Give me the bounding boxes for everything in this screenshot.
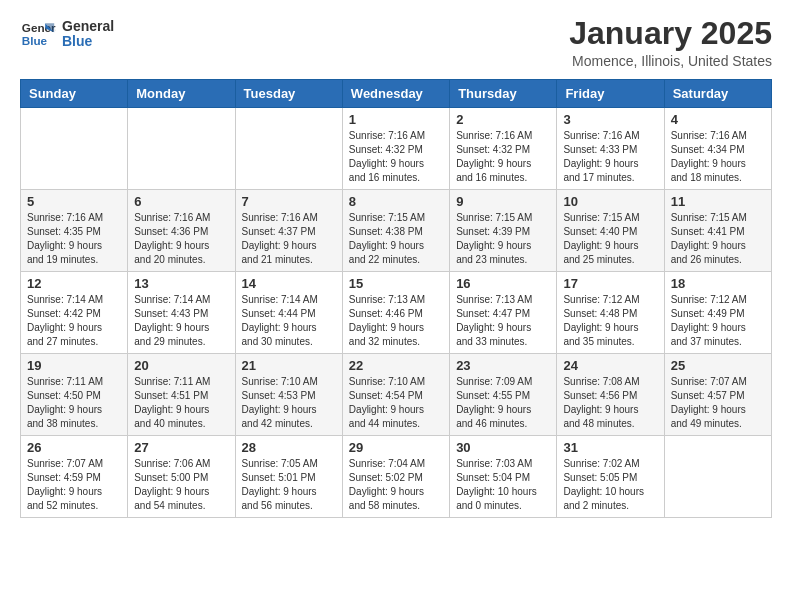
day-number: 24 xyxy=(563,358,657,373)
day-info: Sunrise: 7:16 AM Sunset: 4:35 PM Dayligh… xyxy=(27,211,121,267)
header: General Blue General Blue January 2025 M… xyxy=(20,16,772,69)
day-info: Sunrise: 7:15 AM Sunset: 4:40 PM Dayligh… xyxy=(563,211,657,267)
weekday-header: Friday xyxy=(557,80,664,108)
day-number: 6 xyxy=(134,194,228,209)
logo-general: General xyxy=(62,19,114,34)
day-number: 1 xyxy=(349,112,443,127)
day-info: Sunrise: 7:15 AM Sunset: 4:39 PM Dayligh… xyxy=(456,211,550,267)
day-number: 25 xyxy=(671,358,765,373)
calendar-cell: 18Sunrise: 7:12 AM Sunset: 4:49 PM Dayli… xyxy=(664,272,771,354)
day-number: 23 xyxy=(456,358,550,373)
calendar-table: SundayMondayTuesdayWednesdayThursdayFrid… xyxy=(20,79,772,518)
day-number: 21 xyxy=(242,358,336,373)
calendar-cell xyxy=(128,108,235,190)
day-number: 14 xyxy=(242,276,336,291)
day-number: 17 xyxy=(563,276,657,291)
day-info: Sunrise: 7:16 AM Sunset: 4:32 PM Dayligh… xyxy=(456,129,550,185)
calendar-cell: 29Sunrise: 7:04 AM Sunset: 5:02 PM Dayli… xyxy=(342,436,449,518)
calendar-subtitle: Momence, Illinois, United States xyxy=(569,53,772,69)
day-info: Sunrise: 7:14 AM Sunset: 4:42 PM Dayligh… xyxy=(27,293,121,349)
calendar-week-row: 12Sunrise: 7:14 AM Sunset: 4:42 PM Dayli… xyxy=(21,272,772,354)
weekday-header: Tuesday xyxy=(235,80,342,108)
calendar-cell xyxy=(235,108,342,190)
calendar-cell: 13Sunrise: 7:14 AM Sunset: 4:43 PM Dayli… xyxy=(128,272,235,354)
calendar-header-row: SundayMondayTuesdayWednesdayThursdayFrid… xyxy=(21,80,772,108)
calendar-cell: 28Sunrise: 7:05 AM Sunset: 5:01 PM Dayli… xyxy=(235,436,342,518)
calendar-cell: 16Sunrise: 7:13 AM Sunset: 4:47 PM Dayli… xyxy=(450,272,557,354)
day-number: 11 xyxy=(671,194,765,209)
calendar-cell: 17Sunrise: 7:12 AM Sunset: 4:48 PM Dayli… xyxy=(557,272,664,354)
day-number: 4 xyxy=(671,112,765,127)
day-number: 3 xyxy=(563,112,657,127)
day-info: Sunrise: 7:14 AM Sunset: 4:44 PM Dayligh… xyxy=(242,293,336,349)
calendar-cell: 15Sunrise: 7:13 AM Sunset: 4:46 PM Dayli… xyxy=(342,272,449,354)
calendar-cell: 31Sunrise: 7:02 AM Sunset: 5:05 PM Dayli… xyxy=(557,436,664,518)
day-number: 29 xyxy=(349,440,443,455)
day-info: Sunrise: 7:11 AM Sunset: 4:51 PM Dayligh… xyxy=(134,375,228,431)
weekday-header: Thursday xyxy=(450,80,557,108)
day-info: Sunrise: 7:02 AM Sunset: 5:05 PM Dayligh… xyxy=(563,457,657,513)
day-info: Sunrise: 7:15 AM Sunset: 4:38 PM Dayligh… xyxy=(349,211,443,267)
page: General Blue General Blue January 2025 M… xyxy=(0,0,792,538)
calendar-week-row: 26Sunrise: 7:07 AM Sunset: 4:59 PM Dayli… xyxy=(21,436,772,518)
day-number: 28 xyxy=(242,440,336,455)
calendar-cell: 5Sunrise: 7:16 AM Sunset: 4:35 PM Daylig… xyxy=(21,190,128,272)
day-number: 27 xyxy=(134,440,228,455)
day-info: Sunrise: 7:16 AM Sunset: 4:33 PM Dayligh… xyxy=(563,129,657,185)
day-info: Sunrise: 7:12 AM Sunset: 4:49 PM Dayligh… xyxy=(671,293,765,349)
calendar-cell: 1Sunrise: 7:16 AM Sunset: 4:32 PM Daylig… xyxy=(342,108,449,190)
calendar-cell: 3Sunrise: 7:16 AM Sunset: 4:33 PM Daylig… xyxy=(557,108,664,190)
svg-text:Blue: Blue xyxy=(22,34,48,47)
calendar-cell: 6Sunrise: 7:16 AM Sunset: 4:36 PM Daylig… xyxy=(128,190,235,272)
day-number: 26 xyxy=(27,440,121,455)
calendar-cell xyxy=(664,436,771,518)
day-number: 19 xyxy=(27,358,121,373)
calendar-week-row: 19Sunrise: 7:11 AM Sunset: 4:50 PM Dayli… xyxy=(21,354,772,436)
calendar-cell xyxy=(21,108,128,190)
calendar-cell: 11Sunrise: 7:15 AM Sunset: 4:41 PM Dayli… xyxy=(664,190,771,272)
day-info: Sunrise: 7:11 AM Sunset: 4:50 PM Dayligh… xyxy=(27,375,121,431)
calendar-cell: 20Sunrise: 7:11 AM Sunset: 4:51 PM Dayli… xyxy=(128,354,235,436)
day-info: Sunrise: 7:16 AM Sunset: 4:37 PM Dayligh… xyxy=(242,211,336,267)
calendar-cell: 25Sunrise: 7:07 AM Sunset: 4:57 PM Dayli… xyxy=(664,354,771,436)
logo: General Blue General Blue xyxy=(20,16,114,52)
day-info: Sunrise: 7:15 AM Sunset: 4:41 PM Dayligh… xyxy=(671,211,765,267)
day-number: 8 xyxy=(349,194,443,209)
day-info: Sunrise: 7:08 AM Sunset: 4:56 PM Dayligh… xyxy=(563,375,657,431)
day-number: 2 xyxy=(456,112,550,127)
weekday-header: Saturday xyxy=(664,80,771,108)
day-info: Sunrise: 7:12 AM Sunset: 4:48 PM Dayligh… xyxy=(563,293,657,349)
calendar-cell: 10Sunrise: 7:15 AM Sunset: 4:40 PM Dayli… xyxy=(557,190,664,272)
calendar-title: January 2025 xyxy=(569,16,772,51)
calendar-cell: 4Sunrise: 7:16 AM Sunset: 4:34 PM Daylig… xyxy=(664,108,771,190)
calendar-week-row: 5Sunrise: 7:16 AM Sunset: 4:35 PM Daylig… xyxy=(21,190,772,272)
weekday-header: Monday xyxy=(128,80,235,108)
day-info: Sunrise: 7:13 AM Sunset: 4:47 PM Dayligh… xyxy=(456,293,550,349)
title-block: January 2025 Momence, Illinois, United S… xyxy=(569,16,772,69)
logo-blue: Blue xyxy=(62,34,114,49)
day-number: 5 xyxy=(27,194,121,209)
logo-icon: General Blue xyxy=(20,16,56,52)
calendar-cell: 22Sunrise: 7:10 AM Sunset: 4:54 PM Dayli… xyxy=(342,354,449,436)
calendar-cell: 19Sunrise: 7:11 AM Sunset: 4:50 PM Dayli… xyxy=(21,354,128,436)
day-number: 15 xyxy=(349,276,443,291)
day-info: Sunrise: 7:16 AM Sunset: 4:34 PM Dayligh… xyxy=(671,129,765,185)
calendar-cell: 8Sunrise: 7:15 AM Sunset: 4:38 PM Daylig… xyxy=(342,190,449,272)
day-number: 12 xyxy=(27,276,121,291)
day-info: Sunrise: 7:16 AM Sunset: 4:36 PM Dayligh… xyxy=(134,211,228,267)
day-number: 9 xyxy=(456,194,550,209)
day-info: Sunrise: 7:10 AM Sunset: 4:54 PM Dayligh… xyxy=(349,375,443,431)
day-number: 18 xyxy=(671,276,765,291)
day-number: 30 xyxy=(456,440,550,455)
day-number: 10 xyxy=(563,194,657,209)
day-number: 16 xyxy=(456,276,550,291)
day-info: Sunrise: 7:05 AM Sunset: 5:01 PM Dayligh… xyxy=(242,457,336,513)
day-info: Sunrise: 7:09 AM Sunset: 4:55 PM Dayligh… xyxy=(456,375,550,431)
day-number: 7 xyxy=(242,194,336,209)
calendar-cell: 30Sunrise: 7:03 AM Sunset: 5:04 PM Dayli… xyxy=(450,436,557,518)
calendar-cell: 26Sunrise: 7:07 AM Sunset: 4:59 PM Dayli… xyxy=(21,436,128,518)
day-number: 31 xyxy=(563,440,657,455)
calendar-cell: 23Sunrise: 7:09 AM Sunset: 4:55 PM Dayli… xyxy=(450,354,557,436)
calendar-cell: 21Sunrise: 7:10 AM Sunset: 4:53 PM Dayli… xyxy=(235,354,342,436)
calendar-cell: 7Sunrise: 7:16 AM Sunset: 4:37 PM Daylig… xyxy=(235,190,342,272)
